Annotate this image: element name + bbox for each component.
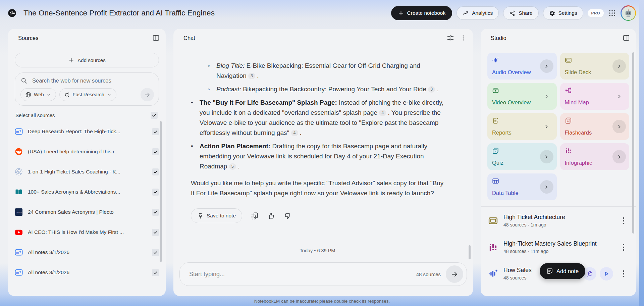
studio-divider [481, 206, 636, 207]
citation-chip[interactable]: 5 [229, 163, 236, 170]
source-list-item[interactable]: mAll notes 3/1/2026 [15, 262, 159, 283]
studio-artifact-item[interactable]: High Ticket Architecture48 sources · 1m … [487, 207, 629, 234]
more-vertical-icon[interactable] [460, 34, 467, 42]
chevron-right-icon[interactable] [540, 180, 553, 194]
source-list-item[interactable]: 1-on-1 High Ticket Sales Coaching - K... [15, 162, 159, 182]
tune-icon[interactable] [447, 34, 454, 42]
submit-search-button[interactable] [141, 88, 154, 101]
source-list-item[interactable]: (USA) I need help determining if this r.… [15, 142, 159, 162]
assistant-closing-question: Would you like me to help you write the … [191, 178, 444, 198]
citation-chip[interactable]: 4 [379, 110, 386, 116]
source-scope-dropdown[interactable]: Web [20, 88, 56, 101]
share-button[interactable]: Share [503, 6, 538, 20]
reddit-icon [15, 148, 23, 156]
chat-timestamp: Today • 6:39 PM [191, 248, 444, 253]
studio-tool-data-table[interactable]: Data Table [487, 173, 557, 200]
play-audio-button[interactable] [600, 267, 613, 280]
studio-tool-label: Audio Overview [492, 69, 531, 75]
studio-tool-label: Slide Deck [565, 69, 591, 75]
chat-scrollbar[interactable] [469, 245, 471, 259]
studio-tool-quiz[interactable]: ?Quiz [487, 143, 557, 170]
source-checkbox[interactable] [152, 148, 159, 155]
source-list-item[interactable]: PLECTO24 Common Sales Acronyms | Plecto [15, 202, 159, 222]
studio-tool-mind-map[interactable]: Mind Map [560, 83, 630, 110]
chat-input[interactable] [189, 270, 416, 278]
studio-tool-label: Quiz [492, 160, 503, 166]
source-list-item[interactable]: mDeep Research Report: The High-Tick... [15, 121, 159, 142]
app-grid-icon[interactable] [608, 9, 616, 17]
chevron-right-icon[interactable] [612, 120, 626, 133]
source-title: 1-on-1 High Ticket Sales Coaching - K... [28, 169, 147, 175]
notebooklm-logo-icon[interactable] [8, 9, 16, 17]
thumbs-up-icon[interactable] [267, 212, 275, 220]
studio-tool-video-overview[interactable]: Video Overview [487, 83, 557, 110]
source-checkbox[interactable] [152, 229, 159, 236]
svg-text:?: ? [494, 150, 496, 153]
source-checkbox[interactable] [152, 269, 159, 276]
source-checkbox[interactable] [152, 168, 159, 175]
artifact-menu-icon[interactable] [619, 269, 629, 279]
fast-research-icon [64, 92, 70, 98]
chat-message-area: ◦Blog Title: E-Bike Bikepacking: Essenti… [173, 47, 473, 257]
chevron-right-icon[interactable] [540, 59, 553, 73]
citation-chip[interactable]: 4 [291, 130, 298, 136]
source-list-item[interactable]: mAll notes 3/1/2026 [15, 242, 159, 262]
search-icon [20, 77, 28, 84]
chevron-right-icon[interactable] [540, 90, 553, 103]
studio-tool-label: Reports [492, 130, 512, 136]
user-avatar[interactable] [621, 5, 636, 21]
globe-icon [25, 92, 32, 98]
collapse-panel-icon[interactable] [152, 34, 160, 42]
chevron-right-icon[interactable] [540, 120, 553, 133]
artifact-menu-icon[interactable] [619, 242, 629, 252]
add-sources-button[interactable]: Add sources [15, 53, 159, 67]
source-checkbox[interactable] [152, 128, 159, 135]
note-icon: m [15, 128, 23, 136]
source-checkbox[interactable] [152, 249, 159, 256]
studio-tool-slide-deck[interactable]: Slide Deck [560, 53, 630, 80]
studio-tool-reports[interactable]: Reports [487, 113, 557, 140]
data-table-icon [492, 177, 499, 185]
artifact-menu-icon[interactable] [619, 216, 629, 226]
create-notebook-button[interactable]: Create notebook [391, 6, 452, 20]
source-list-item[interactable]: 100+ Sales Acronyms & Abbreviations... [15, 182, 159, 202]
source-checkbox[interactable] [152, 189, 159, 196]
sources-scrollbar[interactable] [160, 121, 162, 262]
source-title: AI CEO: THIS is How I'd Make My First ..… [28, 229, 147, 235]
audio-waveform-icon [492, 57, 499, 64]
svg-text:m: m [16, 251, 19, 254]
source-title: 100+ Sales Acronyms & Abbreviations... [28, 189, 147, 195]
add-note-button[interactable]: Add note [540, 263, 585, 279]
studio-tools-grid: Audio OverviewSlide DeckVideo OverviewMi… [487, 53, 629, 200]
citation-chip[interactable]: 3 [428, 86, 435, 93]
chevron-right-icon[interactable] [612, 90, 626, 103]
chevron-right-icon[interactable] [612, 150, 626, 163]
studio-tool-flashcards[interactable]: Flashcards [560, 113, 630, 140]
collapse-panel-icon[interactable] [623, 34, 630, 42]
analytics-button[interactable]: Analytics [457, 6, 499, 20]
source-title: Deep Research Report: The High-Tick... [28, 129, 147, 135]
chat-input-bar: 48 sources [179, 262, 467, 286]
chevron-right-icon[interactable] [612, 59, 626, 73]
studio-artifact-item[interactable]: High-Ticket Mastery Sales Blueprint48 so… [487, 234, 629, 260]
studio-tool-label: Video Overview [492, 99, 531, 106]
book-icon [15, 188, 23, 196]
quiz-icon: ? [492, 147, 499, 154]
thumbs-down-icon[interactable] [284, 212, 291, 220]
citation-chip[interactable]: 3 [248, 73, 255, 79]
studio-tool-audio-overview[interactable]: Audio Overview [487, 53, 557, 80]
chevron-right-icon[interactable] [540, 150, 553, 163]
studio-tool-infographic[interactable]: Infographic [560, 143, 630, 170]
studio-scrollbar[interactable] [632, 52, 634, 234]
studio-panel-title: Studio [491, 35, 506, 41]
copy-icon[interactable] [251, 212, 259, 220]
research-mode-dropdown[interactable]: Fast Research [59, 88, 116, 101]
source-list-item[interactable]: AI CEO: THIS is How I'd Make My First ..… [15, 222, 159, 242]
source-checkbox[interactable] [152, 209, 159, 216]
send-message-button[interactable] [446, 265, 463, 283]
save-to-note-button[interactable]: Save to note [191, 208, 242, 223]
settings-button[interactable]: Settings [543, 6, 583, 20]
select-all-checkbox[interactable] [151, 112, 158, 119]
note-compose-icon [546, 268, 553, 274]
web-search-input[interactable] [32, 77, 154, 84]
